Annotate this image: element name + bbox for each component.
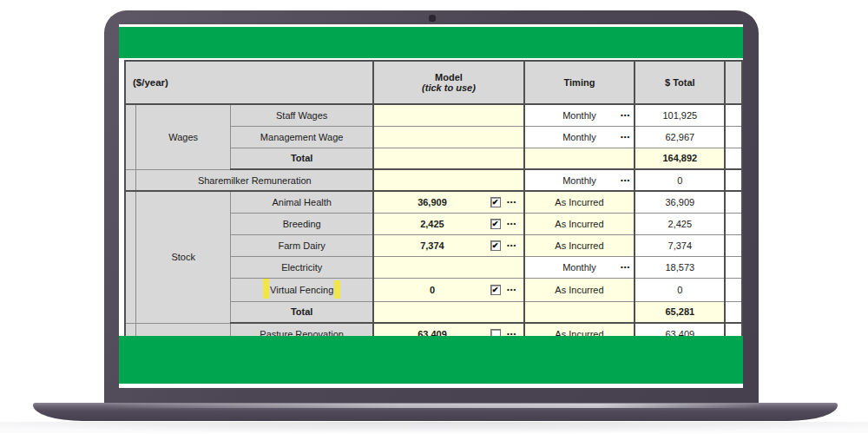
next-column-cell — [725, 104, 742, 126]
next-column-header-sliver — [725, 61, 742, 104]
total-value: 2,425 — [635, 213, 725, 234]
item-label: Breeding — [231, 213, 374, 234]
timing-cell[interactable]: As Incurred — [524, 278, 635, 301]
timing-cell[interactable]: As Incurred — [524, 213, 635, 234]
next-column-cell — [725, 169, 742, 191]
app-footer-bar — [119, 336, 743, 384]
app-header-bar — [119, 27, 743, 58]
total-value: 0 — [635, 278, 725, 301]
model-input[interactable]: 2,425 ✔ ••• — [373, 213, 523, 234]
total-value: 62,967 — [635, 126, 725, 148]
total-value: 36,909 — [635, 191, 725, 213]
total-value: 101,925 — [635, 104, 725, 126]
model-value[interactable]: 36,909 — [374, 197, 490, 207]
next-column-cell — [725, 126, 742, 148]
model-input[interactable] — [373, 256, 523, 278]
laptop-shadow — [0, 422, 868, 433]
timing-value: Monthly — [562, 110, 596, 121]
total-label: Total — [231, 301, 374, 323]
model-checkbox-checked[interactable]: ✔ — [490, 240, 501, 251]
next-column-cell — [725, 256, 742, 278]
timing-value: Monthly — [562, 132, 596, 142]
row-animal-health: Stock Animal Health 36,909 ✔ ••• As Incu… — [125, 191, 742, 213]
model-input[interactable]: 7,374 ✔ ••• — [373, 234, 523, 256]
model-header: Model (tick to use) — [373, 61, 523, 104]
timing-cell — [524, 148, 635, 169]
budget-table: ($/year) Model (tick to use) Timing $ To… — [124, 60, 743, 345]
ellipsis-button[interactable]: ••• — [621, 176, 630, 184]
model-value[interactable]: 7,374 — [374, 240, 490, 251]
model-header-subtitle: (tick to use) — [374, 82, 523, 93]
unit-header: ($/year) — [125, 61, 373, 104]
model-input[interactable] — [373, 126, 523, 148]
row-sharemilker-remuneration: Sharemilker Remuneration Monthly ••• 0 — [125, 169, 742, 191]
next-column-cell — [725, 191, 742, 213]
highlighter-mark-icon — [334, 280, 340, 299]
timing-cell[interactable]: As Incurred — [524, 234, 635, 256]
item-label: Management Wage — [231, 126, 374, 148]
model-input[interactable] — [373, 104, 523, 126]
timing-cell — [524, 301, 635, 323]
laptop-screen: ($/year) Model (tick to use) Timing $ To… — [119, 24, 743, 388]
group-margin-cell — [125, 169, 136, 191]
next-column-cell — [725, 148, 742, 169]
total-value: 164,892 — [635, 148, 725, 169]
model-checkbox-checked[interactable]: ✔ — [490, 285, 501, 295]
ellipsis-button[interactable]: ••• — [501, 286, 523, 293]
timing-cell[interactable]: Monthly ••• — [524, 104, 635, 126]
total-label: Total — [231, 148, 374, 169]
webcam-dot-icon — [429, 15, 436, 22]
model-checkbox-checked[interactable]: ✔ — [490, 219, 501, 229]
total-value: 0 — [635, 169, 725, 191]
model-checkbox-checked[interactable]: ✔ — [490, 197, 501, 207]
item-label: Virtual Fencing — [231, 278, 374, 301]
budget-table-wrap: ($/year) Model (tick to use) Timing $ To… — [124, 60, 743, 346]
model-header-title: Model — [374, 72, 523, 82]
total-header: $ Total — [635, 61, 725, 104]
ellipsis-button[interactable]: ••• — [501, 198, 523, 206]
highlighter-mark-icon — [263, 278, 269, 299]
total-value: 7,374 — [635, 234, 725, 256]
model-input — [373, 301, 523, 323]
model-value[interactable]: 0 — [374, 285, 490, 295]
timing-value: Monthly — [562, 175, 596, 186]
ellipsis-button[interactable]: ••• — [501, 220, 523, 227]
laptop-mockup: ($/year) Model (tick to use) Timing $ To… — [0, 0, 868, 434]
total-value: 65,281 — [635, 301, 725, 323]
ellipsis-button[interactable]: ••• — [501, 241, 523, 249]
model-input — [373, 148, 523, 169]
row-staff-wages: Wages Staff Wages Monthly ••• 101,925 — [125, 104, 742, 126]
next-column-cell — [725, 213, 742, 234]
group-margin-cell — [125, 104, 136, 169]
item-label-text: Virtual Fencing — [270, 285, 333, 295]
item-label: Animal Health — [231, 191, 374, 213]
group-label-wages: Wages — [136, 104, 231, 169]
total-value: 18,573 — [635, 256, 725, 278]
timing-header: Timing — [524, 61, 635, 104]
model-input[interactable]: 0 ✔ ••• — [373, 278, 523, 301]
next-column-cell — [725, 234, 742, 256]
group-label-stock: Stock — [136, 191, 231, 323]
group-margin-cell — [125, 191, 136, 323]
timing-cell[interactable]: Monthly ••• — [524, 126, 635, 148]
model-value[interactable]: 2,425 — [374, 219, 490, 229]
next-column-cell — [725, 301, 742, 323]
item-label: Staff Wages — [231, 104, 374, 126]
timing-cell[interactable]: As Incurred — [524, 191, 635, 213]
timing-cell[interactable]: Monthly ••• — [524, 256, 635, 278]
item-label: Farm Dairy — [231, 234, 374, 256]
laptop-base-highlight — [104, 404, 764, 408]
next-column-cell — [725, 278, 742, 301]
ellipsis-button[interactable]: ••• — [621, 133, 630, 141]
ellipsis-button[interactable]: ••• — [621, 111, 630, 119]
timing-value: Monthly — [562, 262, 596, 273]
item-label: Electricity — [231, 256, 374, 278]
item-label: Sharemilker Remuneration — [136, 169, 374, 191]
laptop-lid: ($/year) Model (tick to use) Timing $ To… — [104, 10, 759, 404]
model-input[interactable] — [373, 169, 523, 191]
ellipsis-button[interactable]: ••• — [621, 263, 630, 271]
table-header-row: ($/year) Model (tick to use) Timing $ To… — [125, 61, 742, 104]
model-input[interactable]: 36,909 ✔ ••• — [373, 191, 523, 213]
timing-cell[interactable]: Monthly ••• — [524, 169, 635, 191]
